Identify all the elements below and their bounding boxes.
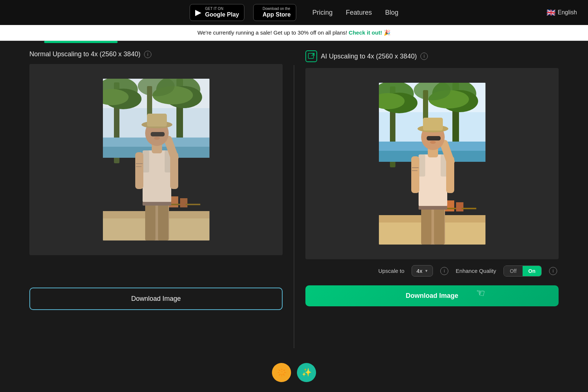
upscale-value: 4x bbox=[416, 268, 422, 274]
svg-rect-63 bbox=[419, 154, 425, 177]
controls-row: Upscale to 4x ▼ i Enhance Quality Off On… bbox=[305, 265, 559, 277]
google-play-top-text: GET IT ON bbox=[205, 7, 239, 11]
nav-blog[interactable]: Blog bbox=[385, 9, 398, 17]
bottom-orange-glyph: 🔆 bbox=[277, 368, 287, 377]
bottom-teal-glyph: ✨ bbox=[302, 368, 312, 377]
ai-upscale-icon bbox=[305, 50, 317, 62]
sale-link[interactable]: Check it out! bbox=[349, 29, 382, 36]
svg-rect-26 bbox=[135, 152, 143, 189]
svg-rect-30 bbox=[136, 166, 141, 167]
chevron-down-icon: ▼ bbox=[424, 269, 428, 273]
svg-rect-38 bbox=[308, 53, 313, 58]
bottom-icons: 🔆 ✨ bbox=[0, 356, 588, 389]
left-image bbox=[103, 79, 209, 240]
svg-rect-58 bbox=[462, 208, 476, 209]
svg-rect-24 bbox=[143, 150, 149, 172]
svg-rect-60 bbox=[421, 208, 431, 245]
upscale-label: Upscale to bbox=[378, 268, 404, 274]
toggle-off-button[interactable]: Off bbox=[504, 266, 522, 276]
svg-rect-19 bbox=[186, 204, 200, 205]
svg-rect-61 bbox=[434, 208, 444, 245]
nav-links: Pricing Features Blog bbox=[312, 9, 398, 17]
svg-point-76 bbox=[430, 141, 436, 144]
upscale-info-icon[interactable]: i bbox=[440, 267, 448, 275]
right-image-container bbox=[305, 68, 559, 259]
svg-rect-17 bbox=[180, 198, 187, 207]
sale-emoji: 🎉 bbox=[384, 29, 391, 36]
svg-rect-69 bbox=[412, 170, 417, 171]
right-download-button[interactable]: Download Image bbox=[305, 285, 559, 306]
right-panel-title: AI Upscaling to 4x (2560 x 3840) i bbox=[305, 50, 559, 62]
enhance-info-icon[interactable]: i bbox=[549, 267, 557, 275]
google-play-badge[interactable]: ▶ GET IT ON Google Play bbox=[190, 4, 244, 21]
svg-rect-21 bbox=[145, 204, 155, 240]
google-play-icon: ▶ bbox=[195, 8, 201, 17]
svg-point-37 bbox=[154, 137, 160, 140]
enhance-quality-label: Enhance Quality bbox=[456, 268, 496, 274]
nav-pricing[interactable]: Pricing bbox=[312, 9, 333, 17]
normal-info-icon[interactable]: i bbox=[144, 51, 151, 58]
enhance-quality-toggle: Off On bbox=[503, 266, 542, 277]
upscale-select[interactable]: 4x ▼ bbox=[412, 265, 433, 277]
toggle-on-button[interactable]: On bbox=[523, 266, 541, 276]
app-store-top-text: Download on the bbox=[262, 7, 290, 11]
ai-upscaling-label: AI Upscaling to 4x (2560 x 3840) bbox=[321, 53, 417, 60]
progress-bar-container bbox=[0, 41, 588, 43]
right-panel: AI Upscaling to 4x (2560 x 3840) i bbox=[298, 50, 566, 348]
left-panel: Normal Upscaling to 4x (2560 x 3840) i bbox=[22, 50, 290, 348]
panels-wrapper: Normal Upscaling to 4x (2560 x 3840) i bbox=[22, 50, 566, 348]
progress-bar bbox=[44, 41, 118, 43]
svg-rect-56 bbox=[456, 202, 463, 211]
app-store-bottom-text: App Store bbox=[262, 11, 290, 18]
language-label: English bbox=[558, 9, 577, 16]
svg-rect-29 bbox=[136, 163, 143, 164]
left-panel-title: Normal Upscaling to 4x (2560 x 3840) i bbox=[29, 50, 283, 58]
sale-banner: We're currently running a sale! Get up t… bbox=[0, 25, 588, 41]
left-image-container bbox=[29, 64, 283, 255]
right-image bbox=[379, 83, 485, 245]
flag-icon: 🇬🇧 bbox=[546, 8, 556, 17]
panel-divider bbox=[294, 65, 294, 348]
svg-rect-31 bbox=[143, 202, 171, 206]
svg-rect-35 bbox=[147, 114, 167, 126]
svg-rect-70 bbox=[419, 206, 447, 210]
svg-rect-65 bbox=[411, 156, 419, 193]
nav-features[interactable]: Features bbox=[346, 9, 372, 17]
language-selector[interactable]: 🇬🇧 English bbox=[546, 8, 577, 17]
svg-rect-68 bbox=[412, 167, 419, 168]
app-store-badge[interactable]: Download on the App Store bbox=[253, 4, 296, 21]
sale-text: We're currently running a sale! Get up t… bbox=[197, 29, 347, 36]
svg-rect-22 bbox=[158, 204, 168, 240]
header: ▶ GET IT ON Google Play Download on the … bbox=[0, 0, 588, 25]
ai-info-icon[interactable]: i bbox=[420, 53, 428, 60]
bottom-icon-teal: ✨ bbox=[297, 363, 316, 382]
svg-rect-75 bbox=[427, 136, 441, 140]
google-play-bottom-text: Google Play bbox=[205, 11, 239, 18]
svg-rect-74 bbox=[423, 118, 443, 131]
left-download-button[interactable]: Download Image bbox=[29, 288, 283, 310]
main-content: Normal Upscaling to 4x (2560 x 3840) i bbox=[0, 43, 588, 356]
normal-upscaling-label: Normal Upscaling to 4x (2560 x 3840) bbox=[29, 50, 140, 58]
svg-rect-36 bbox=[151, 132, 165, 136]
bottom-icon-orange: 🔆 bbox=[272, 363, 291, 382]
